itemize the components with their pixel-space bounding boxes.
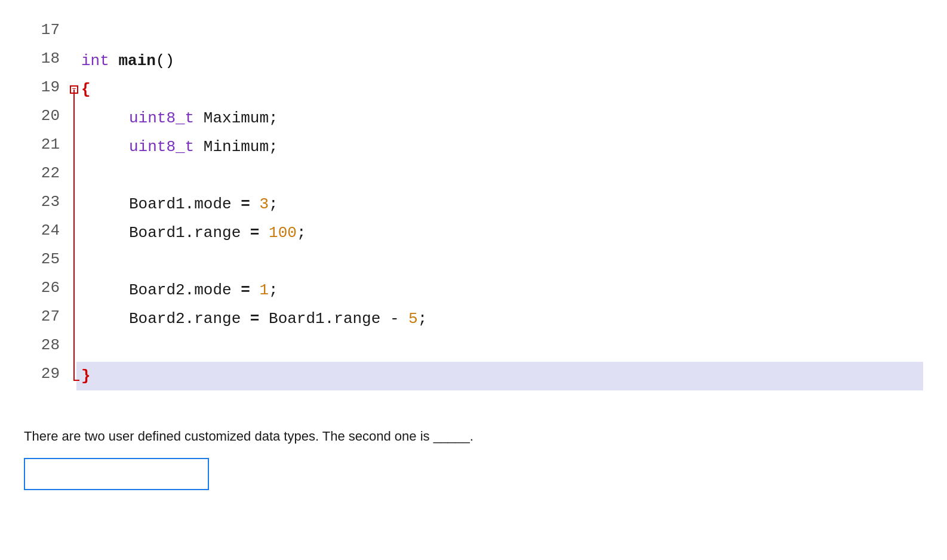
line-num-27: 27: [24, 304, 72, 333]
open-brace: {: [81, 78, 91, 101]
code-content-29: }: [76, 362, 923, 390]
code-content-27: Board2.range = Board1.range - 5;: [76, 304, 923, 333]
board1-range: Board1.range: [129, 221, 250, 245]
code-content-25: [76, 247, 923, 276]
code-line-22: 22: [24, 161, 923, 190]
space: [250, 192, 260, 216]
code-content-17: [76, 18, 923, 47]
line-num-21: 21: [24, 133, 72, 161]
code-content-19: {: [76, 75, 923, 104]
close-brace: }: [81, 364, 91, 388]
space3: [250, 278, 260, 302]
line-num-28: 28: [24, 333, 72, 362]
code-line-29: 29 }: [24, 362, 923, 390]
gutter-24: [72, 219, 76, 247]
func-name: main: [118, 49, 155, 73]
line-num-22: 22: [24, 161, 72, 190]
val-5: 5: [408, 307, 418, 331]
space5: [399, 307, 409, 331]
code-content-26: Board2.mode = 1;: [76, 276, 923, 304]
fold-line-bottom: [73, 90, 75, 104]
gutter-17: [72, 18, 76, 47]
val-100: 100: [269, 221, 297, 245]
semi4: ;: [418, 307, 428, 331]
parens: (): [156, 49, 174, 73]
gutter-20: [72, 104, 76, 133]
type-uint8: uint8_t: [129, 106, 194, 130]
code-content-28: [76, 333, 923, 362]
line-num-25: 25: [24, 247, 72, 276]
question-area: There are two user defined customized da…: [24, 426, 923, 490]
semi2: ;: [297, 221, 306, 245]
gutter-26: [72, 276, 76, 304]
code-line-23: 23 Board1.mode = 3;: [24, 190, 923, 219]
code-content-20: uint8_t Maximum;: [76, 104, 923, 133]
code-line-17: 17: [24, 18, 923, 47]
eq2: =: [250, 221, 260, 245]
line-num-19: 19: [24, 75, 72, 104]
code-content-24: Board1.range = 100;: [76, 219, 923, 247]
code-line-18: 18 int main(): [24, 47, 923, 75]
question-text: There are two user defined customized da…: [24, 426, 923, 446]
eq: =: [241, 192, 250, 216]
gutter-21: [72, 133, 76, 161]
type-uint8-2: uint8_t: [129, 135, 194, 159]
line-num-20: 20: [24, 104, 72, 133]
answer-input[interactable]: [24, 458, 209, 490]
gutter-19: −: [72, 75, 76, 104]
eq4: =: [250, 307, 260, 331]
gutter-28: [72, 333, 76, 362]
code-content-22: [76, 161, 923, 190]
board1-mode: Board1.mode: [129, 192, 241, 216]
line-num-23: 23: [24, 190, 72, 219]
space2: [259, 221, 269, 245]
code-line-28: 28: [24, 333, 923, 362]
gutter-18: [72, 47, 76, 75]
space4: Board1.range: [259, 307, 389, 331]
gutter-29: [72, 362, 76, 390]
minus: -: [390, 307, 399, 331]
line-num-29: 29: [24, 362, 72, 390]
line-num-24: 24: [24, 219, 72, 247]
line-num-18: 18: [24, 47, 72, 75]
line-num-17: 17: [24, 18, 72, 47]
semi3: ;: [269, 278, 278, 302]
code-line-19: 19 − {: [24, 75, 923, 104]
code-line-20: 20 uint8_t Maximum;: [24, 104, 923, 133]
code-editor: 17 18 int main() 19 − { 20 uint8_t Maxim…: [24, 18, 923, 390]
code-content-18: int main(): [76, 47, 923, 75]
eq3: =: [241, 278, 250, 302]
code-content-21: uint8_t Minimum;: [76, 133, 923, 161]
gutter-22: [72, 161, 76, 190]
code-line-25: 25: [24, 247, 923, 276]
code-line-24: 24 Board1.range = 100;: [24, 219, 923, 247]
gutter-23: [72, 190, 76, 219]
board2-range: Board2.range: [129, 307, 250, 331]
board2-mode: Board2.mode: [129, 278, 241, 302]
code-line-21: 21 uint8_t Minimum;: [24, 133, 923, 161]
keyword-int: int: [81, 49, 109, 73]
code-content-23: Board1.mode = 3;: [76, 190, 923, 219]
semi: ;: [269, 192, 278, 216]
line-num-26: 26: [24, 276, 72, 304]
val-3: 3: [259, 192, 269, 216]
val-1: 1: [259, 278, 269, 302]
var-minimum: Minimum;: [204, 135, 278, 159]
var-maximum: Maximum;: [204, 106, 278, 130]
gutter-27: [72, 304, 76, 333]
code-line-27: 27 Board2.range = Board1.range - 5;: [24, 304, 923, 333]
gutter-25: [72, 247, 76, 276]
code-line-26: 26 Board2.mode = 1;: [24, 276, 923, 304]
